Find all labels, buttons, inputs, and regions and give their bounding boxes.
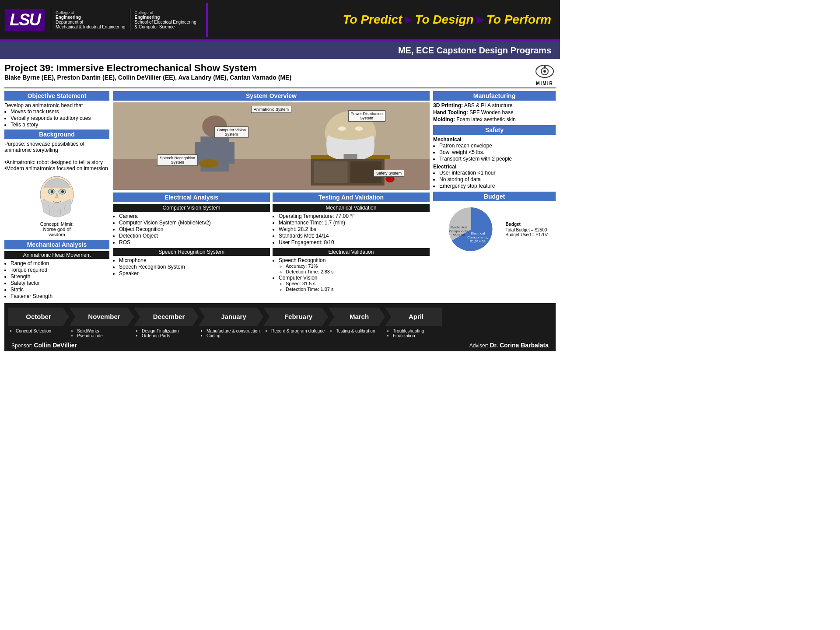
callout-speech: Speech RecognitionSystem [157, 154, 198, 166]
timeline-march: March [328, 308, 385, 326]
timeline-arrows: October November December January Februa… [8, 308, 552, 326]
dept1: Department of [56, 20, 126, 24]
two-col-lower: Electrical Analysis Computer Vision Syst… [113, 192, 430, 292]
objective-bullet-1: Moves to track users [10, 108, 109, 115]
testing-validation-section: Testing And Validation Mechanical Valida… [273, 192, 430, 292]
project-title: Project 39: Immersive Electromechanical … [4, 63, 291, 74]
svg-rect-23 [314, 161, 348, 183]
electrical-analysis-section: Electrical Analysis Computer Vision Syst… [113, 192, 270, 292]
mech-bullet-1: Range of motion [10, 260, 109, 266]
mech-bullet-6: Fastener Strength [10, 293, 109, 299]
mech-sub-header: Animatronic Head Movement [4, 251, 109, 259]
mech-bullet-5: Static [10, 287, 109, 293]
mfg-hand-label: Hand Tooling: [433, 109, 468, 116]
cv-det: Detection Time: 1.07 s [286, 287, 430, 292]
svg-point-20 [355, 126, 363, 131]
header-tagline: To Predict ▶ To Design ▶ To Perform [208, 0, 560, 39]
speech-bullet-2: Speech Recognition System [119, 264, 270, 270]
safety-mech-1: Patron reach envelope [439, 143, 556, 149]
objective-header: Objective Statement [4, 91, 109, 101]
mimir-text: MIMIR [534, 81, 556, 86]
speech-sub-header: Speech Recognition System [113, 248, 270, 256]
nov-tasks: SolidWorks Pseudo-code [69, 328, 134, 339]
timeline-february: February [263, 308, 328, 326]
concept-image-area [4, 175, 109, 219]
background-extra: •Animatronic: robot designed to tell a s… [4, 159, 109, 172]
cvs-bullet-1: Camera [119, 213, 270, 219]
svg-point-19 [338, 126, 346, 131]
speech-bullet-3: Speaker [119, 270, 270, 276]
timeline-december: December [134, 308, 199, 326]
three-col-layout: Objective Statement Develop an animatron… [4, 91, 556, 300]
mech-val-4: Standards Met: 14/14 [279, 233, 430, 239]
timeline: October November December January Februa… [4, 303, 556, 351]
arrow2: ▶ [476, 14, 484, 25]
cvs-bullet-5: ROS [119, 239, 270, 245]
subheader: ME, ECE Capstone Design Programs [0, 42, 560, 59]
speech-acc: Accuracy: 71% [286, 263, 430, 269]
cvs-sub-header: Computer Vision System [113, 204, 270, 212]
cvs-bullet-2: Computer Vision System (MobileNetv2) [119, 220, 270, 226]
safety-elec-label: Electrical [433, 164, 456, 170]
objective-bullet-3: Tells a story [10, 122, 109, 128]
cvs-bullet-4: Detection Object [119, 233, 270, 239]
safety-header: Safety [433, 125, 556, 135]
tagline-design: To Design [415, 13, 473, 27]
safety-elec-3: Emergency stop feature [439, 183, 556, 189]
dec-tasks: Design Finalization Ordering Parts [134, 328, 199, 339]
svg-text:Electrical: Electrical [471, 231, 485, 235]
callout-cvs: Computer VisionSystem [214, 126, 248, 138]
college1-line2: Engineering [56, 15, 126, 20]
dept2: School of Electrical Engineering [135, 20, 196, 24]
arrow1: ▶ [405, 14, 412, 25]
cvs-bullet-3: Object Recognition [119, 226, 270, 232]
safety-mech-3: Transport system with 2 people [439, 156, 556, 162]
timeline-tasks-row: Concept Selection SolidWorks Pseudo-code… [8, 326, 552, 341]
middle-column: System Overview [113, 91, 430, 300]
tagline-predict: To Predict [343, 13, 402, 27]
college1-line1: College of [56, 10, 126, 15]
background-header: Background [4, 130, 109, 139]
background-purpose: Purpose: showcase possibilities of anima… [4, 141, 109, 153]
college2-line1: College of [135, 10, 196, 15]
mech-bullet-4: Safety factor [10, 280, 109, 286]
oct-tasks: Concept Selection [8, 328, 69, 339]
objective-bullet-2: Verbally responds to auditory cues [10, 115, 109, 121]
system-overview-image: Animatronic System Computer VisionSystem… [113, 102, 430, 190]
mfg-3d-label: 3D Printing: [433, 102, 463, 108]
timeline-october: October [8, 308, 69, 326]
budget-pie-chart: Electrical Components, $1,014.63 Mechani… [441, 203, 502, 256]
safety-text: Mechanical Patron reach envelope Bowl we… [433, 136, 556, 189]
speech-bullet-1: Microphone [119, 257, 270, 263]
mimir-eye-icon [534, 63, 556, 80]
budget-used: Budget Used = $1707 [505, 232, 548, 237]
safety-mech-label: Mechanical [433, 136, 462, 143]
background-text: Purpose: showcase possibilities of anima… [4, 141, 109, 172]
cvs-bullets: Camera Computer Vision System (MobileNet… [119, 213, 270, 245]
mar-tasks: Testing & calibration [328, 328, 385, 339]
testing-header: Testing And Validation [273, 192, 430, 202]
svg-text:$692.50: $692.50 [453, 233, 465, 237]
mfg-3d-val: ABS & PLA structure [464, 102, 513, 108]
budget-label: Budget [505, 222, 548, 227]
svg-text:Components,: Components, [449, 229, 469, 233]
project-title-area: Project 39: Immersive Electromechanical … [4, 63, 556, 88]
svg-text:Components,: Components, [468, 235, 489, 239]
speech-bullets: Microphone Speech Recognition System Spe… [119, 257, 270, 276]
mfg-mold-val: Foam latex aesthetic skin [456, 116, 515, 122]
mech-val-1: Operating Temperature: 77.00 °F [279, 213, 430, 219]
safety-elec-bullets: User interaction <1 hour No storing of d… [439, 170, 556, 189]
mech-bullet-2: Torque required [10, 267, 109, 273]
manufacturing-header: Manufacturing [433, 91, 556, 101]
svg-point-6 [51, 190, 53, 193]
timeline-january: January [199, 308, 263, 326]
cv-speed: Speed: 31.5 s [286, 281, 430, 286]
timeline-november: November [69, 308, 134, 326]
header-logo-area: LSU College of Engineering Department of… [0, 0, 206, 39]
concept-caption: Concept: Mimir, Norse god of wisdom [4, 221, 109, 237]
mech-val-header: Mechanical Validation [273, 204, 430, 212]
college2-line2: Engineering [135, 15, 196, 20]
speech-recognition-item: Speech Recognition Accuracy: 71% Detecti… [279, 257, 430, 274]
footer-row: Sponsor: Collin DeVillier Adviser: Dr. C… [8, 341, 552, 351]
safety-elec-2: No storing of data [439, 176, 556, 182]
